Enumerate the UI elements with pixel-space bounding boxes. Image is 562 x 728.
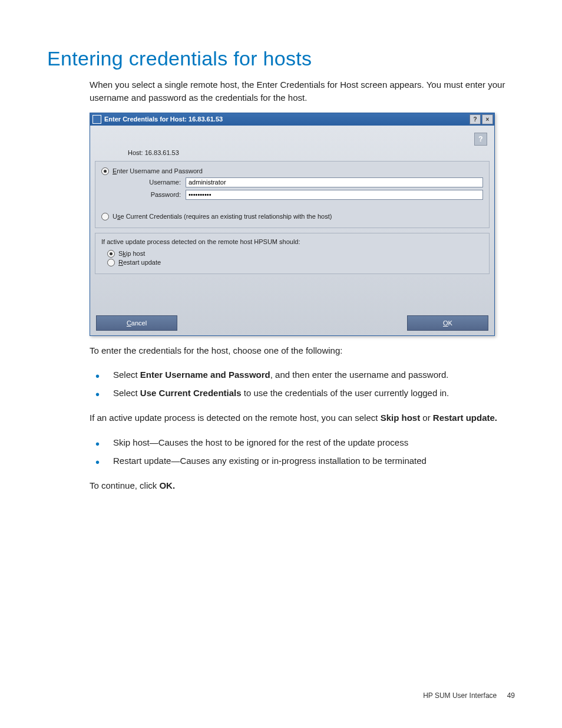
ok-button[interactable]: OK xyxy=(407,315,488,331)
username-input[interactable] xyxy=(186,177,483,187)
dialog-title: Enter Credentials for Host: 16.83.61.53 xyxy=(104,116,468,123)
radio-icon xyxy=(101,213,109,220)
list-item: Skip host—Causes the host to be ignored … xyxy=(106,434,515,452)
titlebar-help-button[interactable]: ? xyxy=(470,114,481,124)
list-item: Select Use Current Credentials to use th… xyxy=(106,384,515,403)
help-icon[interactable]: ? xyxy=(474,133,487,146)
radio-icon xyxy=(101,167,109,175)
intro-paragraph: When you select a single remote host, th… xyxy=(90,78,515,104)
dialog-screenshot: Enter Credentials for Host: 16.83.61.53 … xyxy=(90,113,515,336)
radio-skip-host[interactable]: Skip host xyxy=(107,250,483,258)
continue-line: To continue, click OK. xyxy=(90,479,515,492)
radio-enter-label: Enter Username and Password xyxy=(113,167,203,174)
mid-paragraph: If an active update process is detected … xyxy=(90,411,515,424)
radio-skip-label: Skip host xyxy=(118,250,145,257)
bullet-list-2: Skip host—Causes the host to be ignored … xyxy=(90,434,515,470)
password-row: Password: xyxy=(125,190,483,200)
titlebar-close-button[interactable]: × xyxy=(482,114,493,124)
page-heading: Entering credentials for hosts xyxy=(47,47,515,70)
page-number: 49 xyxy=(507,691,515,700)
dialog-titlebar: Enter Credentials for Host: 16.83.61.53 … xyxy=(90,113,494,126)
username-row: Username: xyxy=(125,177,483,187)
cancel-button[interactable]: Cancel xyxy=(96,315,177,331)
page-footer: HP SUM User Interface 49 xyxy=(423,691,515,700)
bullet-list-1: Select Enter Username and Password, and … xyxy=(90,366,515,402)
radio-enter-credentials[interactable]: Enter Username and Password xyxy=(101,167,483,175)
host-line: Host: 16.83.61.53 xyxy=(95,149,490,161)
radio-restart-update[interactable]: Restart update xyxy=(107,259,483,266)
radio-current-label: Use Current Credentials (requires an exi… xyxy=(113,213,332,220)
radio-use-current[interactable]: Use Current Credentials (requires an exi… xyxy=(101,213,483,220)
radio-icon xyxy=(107,250,115,258)
list-item: Select Enter Username and Password, and … xyxy=(106,366,515,384)
username-label: Username: xyxy=(125,179,186,186)
password-input[interactable] xyxy=(186,190,483,200)
active-update-panel: If active update process detected on the… xyxy=(95,233,490,274)
post-dialog-text: To enter the credentials for the host, c… xyxy=(90,344,515,357)
password-label: Password: xyxy=(125,191,186,198)
app-icon xyxy=(92,115,101,124)
radio-icon xyxy=(107,259,115,266)
host-label: Host: xyxy=(128,149,143,156)
list-item: Restart update—Causes any existing or in… xyxy=(106,452,515,470)
host-value: 16.83.61.53 xyxy=(145,149,179,156)
active-update-note: If active update process detected on the… xyxy=(101,238,483,245)
footer-text: HP SUM User Interface xyxy=(423,691,497,700)
radio-restart-label: Restart update xyxy=(118,259,161,266)
credentials-panel: Enter Username and Password Username: Pa… xyxy=(95,161,490,228)
